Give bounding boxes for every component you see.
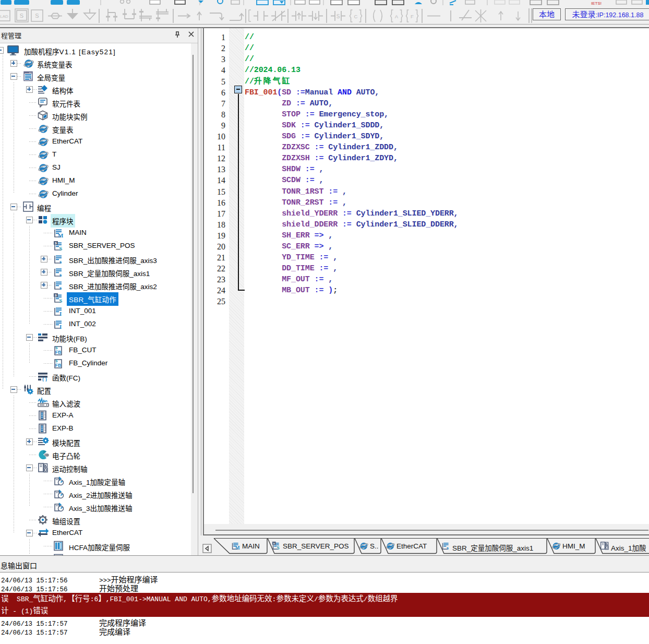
svg-text:FB: FB — [55, 363, 61, 368]
svg-text:s: s — [59, 258, 62, 264]
svg-text:s: s — [55, 293, 57, 297]
svg-text:s: s — [59, 284, 62, 290]
svg-text:F: F — [411, 14, 414, 19]
svg-text:S: S — [20, 13, 23, 19]
svg-text:(): () — [42, 377, 47, 382]
svg-text:s: s — [447, 545, 449, 550]
svg-text:S: S — [59, 245, 62, 251]
svg-text:M: M — [58, 232, 64, 238]
svg-text:S: S — [59, 297, 62, 303]
svg-text:LAD: LAD — [0, 14, 8, 19]
svg-text:FB: FB — [55, 350, 61, 355]
svg-text:S: S — [336, 14, 340, 19]
svg-text:S: S — [35, 13, 39, 19]
svg-text:I: I — [59, 324, 62, 329]
svg-text:C: C — [354, 14, 358, 19]
svg-text:A: A — [395, 14, 399, 19]
svg-text:IETS!: IETS! — [591, 1, 602, 6]
svg-text:M: M — [235, 545, 240, 550]
svg-text:S: S — [277, 545, 279, 550]
svg-text:s: s — [59, 271, 62, 277]
svg-text:I: I — [59, 311, 62, 316]
svg-text:s: s — [55, 241, 57, 245]
